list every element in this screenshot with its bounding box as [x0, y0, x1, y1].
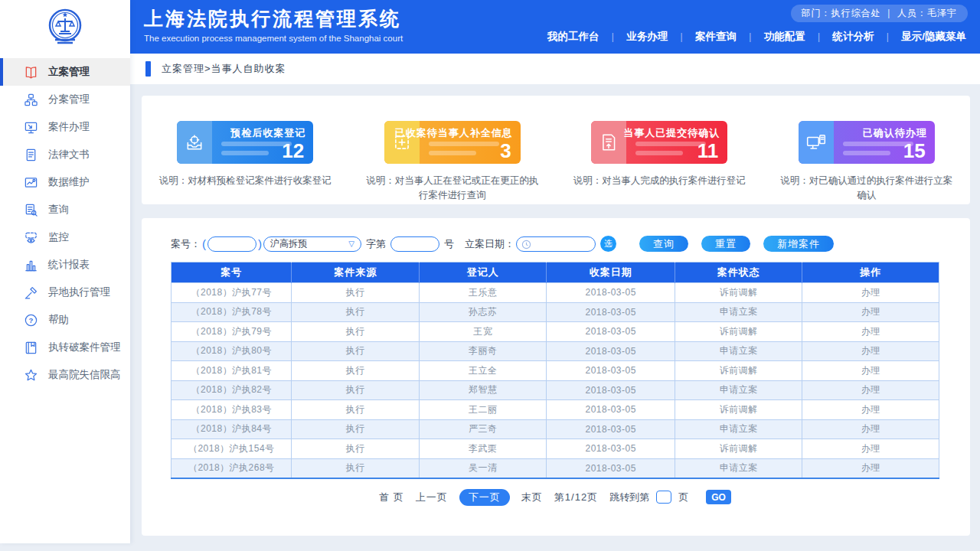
cell-receive-date: 2018-03-05 — [547, 341, 675, 361]
sidebar-item-3[interactable]: 法律文书 — [0, 141, 130, 168]
header: 上海法院执行流程管理系统 The execution process manag… — [130, 0, 980, 54]
cell-action[interactable]: 办理 — [802, 458, 939, 478]
paren-close: ) — [258, 237, 262, 250]
sidebar-item-9[interactable]: ?帮助 — [0, 306, 130, 334]
cell-case-number: （2018）沪执78号 — [172, 302, 292, 322]
cell-receive-date: 2018-03-05 — [547, 439, 675, 459]
stat-card-0[interactable]: 预检后收案登记12 — [177, 121, 313, 164]
table-row: （2018）沪执268号执行吴一清2018-03-05申请立案办理 — [172, 458, 939, 478]
sidebar-item-4[interactable]: 数据维护 — [0, 168, 130, 196]
cell-case-source: 执行 — [292, 322, 419, 342]
court-emblem-logo — [44, 6, 86, 47]
col-header-case-status: 案件状态 — [675, 262, 802, 283]
breadcrumb-marker — [145, 61, 151, 77]
page-last-button[interactable]: 末页 — [521, 491, 543, 504]
go-button[interactable]: GO — [706, 490, 731, 504]
stat-card-col-1: 已收案待当事人补全信息3说明：对当事人正在登记或正在更正的执行案件进行查询 — [349, 121, 557, 204]
nav-divider: ｜ — [738, 31, 763, 44]
nav-item-5[interactable]: 显示/隐藏菜单 — [900, 30, 968, 44]
cell-action[interactable]: 办理 — [802, 380, 939, 400]
doc-submit-icon — [591, 121, 626, 164]
sidebar-item-label: 分案管理 — [48, 93, 90, 106]
skeleton-bar — [635, 142, 706, 146]
sidebar-item-10[interactable]: 执转破案件管理 — [0, 334, 130, 361]
cell-action[interactable]: 办理 — [802, 361, 939, 381]
user-pill: 部门：执行综合处 ｜ 人员：毛泽宇 — [791, 5, 968, 22]
cell-receive-date: 2018-03-05 — [547, 302, 675, 322]
sidebar-item-11[interactable]: 最高院失信限高 — [0, 361, 130, 389]
date-pick-button[interactable]: 选 — [600, 236, 616, 252]
cell-case-source: 执行 — [292, 380, 419, 400]
skeleton-bar — [221, 151, 269, 155]
nav-item-4[interactable]: 统计分析 — [831, 30, 875, 44]
case-number-label: 案号： — [171, 237, 201, 251]
cell-case-source: 执行 — [292, 283, 419, 303]
col-header-action: 操作 — [802, 262, 939, 283]
bar-chart-icon — [23, 257, 38, 272]
page-prev-button[interactable]: 上一页 — [416, 491, 448, 504]
cell-action[interactable]: 办理 — [802, 322, 939, 342]
cell-registrar: 王宽 — [419, 322, 546, 342]
sidebar-item-label: 最高院失信限高 — [48, 368, 121, 382]
help-icon: ? — [23, 312, 38, 328]
search-button[interactable]: 查询 — [639, 236, 688, 252]
case-table: 案号案件来源登记人收案日期案件状态操作 （2018）沪执77号执行王乐意2018… — [171, 262, 939, 479]
case-year-input[interactable] — [207, 236, 256, 252]
nav-item-0[interactable]: 我的工作台 — [546, 30, 601, 44]
stat-card-value: 3 — [500, 139, 511, 163]
search-doc-icon — [23, 202, 38, 217]
cell-action[interactable]: 办理 — [802, 439, 939, 459]
reset-button[interactable]: 重置 — [701, 236, 750, 252]
header-right: 部门：执行综合处 ｜ 人员：毛泽宇 我的工作台｜业务办理｜案件查询｜功能配置｜统… — [546, 5, 968, 44]
sidebar-item-5[interactable]: 查询 — [0, 196, 130, 223]
hao-label: 号 — [444, 237, 454, 251]
inbox-target-icon — [177, 121, 212, 164]
nav-item-2[interactable]: 案件查询 — [694, 30, 738, 44]
cell-case-source: 执行 — [292, 400, 419, 420]
breadcrumb: 立案管理>当事人自助收案 — [162, 62, 286, 76]
cell-receive-date: 2018-03-05 — [547, 283, 675, 303]
breadcrumb-bar: 立案管理>当事人自助收案 — [130, 54, 980, 84]
cell-case-source: 执行 — [292, 419, 419, 439]
cell-case-number: （2018）沪执268号 — [172, 458, 292, 478]
stat-card-3[interactable]: 已确认待办理15 — [799, 121, 935, 164]
cell-action[interactable]: 办理 — [802, 302, 939, 322]
table-row: （2018）沪执83号执行王二丽2018-03-05诉前调解办理 — [172, 400, 939, 420]
svg-text:?: ? — [28, 315, 33, 324]
case-seq-input[interactable] — [390, 236, 439, 252]
cell-action[interactable]: 办理 — [802, 419, 939, 439]
cell-action[interactable]: 办理 — [802, 283, 939, 303]
stat-card-1[interactable]: 已收案待当事人补全信息3 — [384, 121, 521, 164]
stat-card-value: 12 — [282, 139, 304, 163]
case-table-head: 案号案件来源登记人收案日期案件状态操作 — [172, 262, 939, 283]
stat-card-desc: 说明：对当事人完成的执行案件进行登记 — [570, 174, 748, 188]
table-header-row: 案号案件来源登记人收案日期案件状态操作 — [172, 262, 939, 283]
cell-action[interactable]: 办理 — [802, 341, 939, 361]
cell-case-number: （2018）沪执81号 — [172, 361, 292, 381]
sidebar-item-2[interactable]: 案件办理 — [0, 113, 130, 141]
jump-label-suffix: 页 — [678, 491, 688, 504]
sidebar-item-0[interactable]: 立案管理 — [0, 58, 130, 86]
page-first-button[interactable]: 首 页 — [379, 491, 404, 504]
jump-page-input[interactable] — [656, 491, 671, 504]
court-code-select[interactable]: 沪高拆预 ▽ — [263, 236, 361, 252]
add-case-button[interactable]: 新增案件 — [763, 236, 834, 252]
sidebar-item-label: 查询 — [48, 203, 69, 217]
cell-registrar: 李丽奇 — [419, 341, 546, 361]
skeleton-bar — [635, 151, 683, 155]
paren-open: ( — [202, 237, 206, 250]
nav-item-3[interactable]: 功能配置 — [763, 30, 807, 44]
cell-action[interactable]: 办理 — [802, 400, 939, 420]
sidebar-item-8[interactable]: 异地执行管理 — [0, 279, 130, 306]
sidebar-item-6[interactable]: 监控 — [0, 223, 130, 251]
sidebar-item-label: 数据维护 — [48, 175, 90, 189]
chevron-down-icon: ▽ — [348, 240, 354, 248]
sidebar-item-7[interactable]: 统计报表 — [0, 251, 130, 279]
sidebar-item-1[interactable]: 分案管理 — [0, 86, 130, 113]
stat-card-2[interactable]: 当事人已提交待确认11 — [591, 121, 727, 164]
stat-card-col-2: 当事人已提交待确认11说明：对当事人完成的执行案件进行登记 — [556, 121, 763, 204]
cell-receive-date: 2018-03-05 — [547, 361, 675, 381]
page-next-button[interactable]: 下一页 — [459, 489, 510, 506]
nav-item-1[interactable]: 业务办理 — [625, 30, 669, 44]
cell-case-source: 执行 — [292, 341, 419, 361]
